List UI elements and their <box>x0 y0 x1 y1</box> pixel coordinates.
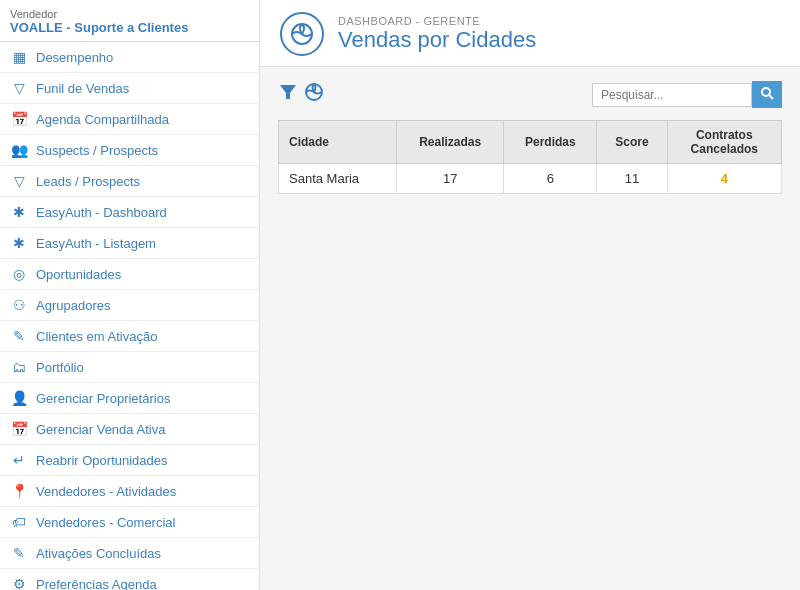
sidebar-item-vendedores-comercial[interactable]: 🏷Vendedores - Comercial <box>0 507 259 538</box>
agenda-compartilhada-icon: 📅 <box>10 111 28 127</box>
sidebar-item-label-vendedores-comercial: Vendedores - Comercial <box>36 515 175 530</box>
col-header-cidade: Cidade <box>279 121 397 164</box>
sidebar-item-label-suspects-prospects: Suspects / Prospects <box>36 143 158 158</box>
sidebar-item-label-vendedores-atividades: Vendedores - Atividades <box>36 484 176 499</box>
col-header-contratos: ContratosCancelados <box>667 121 781 164</box>
sidebar-item-label-gerenciar-venda-ativa: Gerenciar Venda Ativa <box>36 422 165 437</box>
main-content: DASHBOARD - GERENTE Vendas por Cidades <box>260 0 800 590</box>
page-title: Vendas por Cidades <box>338 27 536 53</box>
sidebar-item-label-agenda-compartilhada: Agenda Compartilhada <box>36 112 169 127</box>
easyauth-listagem-icon: ✱ <box>10 235 28 251</box>
svg-line-4 <box>770 96 774 100</box>
page-header: DASHBOARD - GERENTE Vendas por Cidades <box>260 0 800 67</box>
sidebar-item-reabrir-oportunidades[interactable]: ↵Reabrir Oportunidades <box>0 445 259 476</box>
sidebar-item-easyauth-dashboard[interactable]: ✱EasyAuth - Dashboard <box>0 197 259 228</box>
ativacoes-concluidas-icon: ✎ <box>10 545 28 561</box>
sidebar-item-funil-vendas[interactable]: ▽Funil de Vendas <box>0 73 259 104</box>
sidebar-item-agenda-compartilhada[interactable]: 📅Agenda Compartilhada <box>0 104 259 135</box>
header-icon <box>280 12 324 56</box>
sidebar-nav: ▦Desempenho▽Funil de Vendas📅Agenda Compa… <box>0 42 259 590</box>
data-table: Cidade Realizadas Perdidas Score Contrat… <box>278 120 782 194</box>
globe-icon[interactable] <box>304 82 324 107</box>
sidebar-item-label-easyauth-listagem: EasyAuth - Listagem <box>36 236 156 251</box>
sidebar-item-label-desempenho: Desempenho <box>36 50 113 65</box>
suspects-prospects-icon: 👥 <box>10 142 28 158</box>
search-input[interactable] <box>592 83 752 107</box>
table-row: Santa Maria176114 <box>279 164 782 194</box>
reabrir-oportunidades-icon: ↵ <box>10 452 28 468</box>
toolbar <box>278 81 782 108</box>
filter-icon[interactable] <box>278 82 298 107</box>
col-header-realizadas: Realizadas <box>396 121 504 164</box>
gerenciar-proprietarios-icon: 👤 <box>10 390 28 406</box>
sidebar-item-portfolio[interactable]: 🗂Portfólio <box>0 352 259 383</box>
sidebar-item-label-agrupadores: Agrupadores <box>36 298 110 313</box>
sidebar-item-label-preferencias-agenda: Preferências Agenda <box>36 577 157 591</box>
sidebar-item-vendedores-atividades[interactable]: 📍Vendedores - Atividades <box>0 476 259 507</box>
sidebar-item-gerenciar-proprietarios[interactable]: 👤Gerenciar Proprietários <box>0 383 259 414</box>
leads-prospects-icon: ▽ <box>10 173 28 189</box>
gerenciar-venda-ativa-icon: 📅 <box>10 421 28 437</box>
sidebar-item-label-leads-prospects: Leads / Prospects <box>36 174 140 189</box>
sidebar-item-oportunidades[interactable]: ◎Oportunidades <box>0 259 259 290</box>
sidebar-item-label-funil-vendas: Funil de Vendas <box>36 81 129 96</box>
vendor-link[interactable]: VOALLE - Suporte a Clientes <box>10 20 188 35</box>
sidebar-item-gerenciar-venda-ativa[interactable]: 📅Gerenciar Venda Ativa <box>0 414 259 445</box>
col-header-perdidas: Perdidas <box>504 121 597 164</box>
cell-perdidas: 6 <box>504 164 597 194</box>
sidebar-item-label-clientes-ativacao: Clientes em Ativação <box>36 329 157 344</box>
funil-vendas-icon: ▽ <box>10 80 28 96</box>
table-header-row: Cidade Realizadas Perdidas Score Contrat… <box>279 121 782 164</box>
sidebar-item-label-gerenciar-proprietarios: Gerenciar Proprietários <box>36 391 170 406</box>
vendedores-comercial-icon: 🏷 <box>10 514 28 530</box>
clientes-ativacao-icon: ✎ <box>10 328 28 344</box>
search-container <box>592 81 782 108</box>
sidebar-item-clientes-ativacao[interactable]: ✎Clientes em Ativação <box>0 321 259 352</box>
sidebar-item-label-reabrir-oportunidades: Reabrir Oportunidades <box>36 453 168 468</box>
sidebar-item-label-ativacoes-concluidas: Ativações Concluídas <box>36 546 161 561</box>
dashboard-subtitle: DASHBOARD - GERENTE <box>338 15 536 27</box>
sidebar-item-desempenho[interactable]: ▦Desempenho <box>0 42 259 73</box>
agrupadores-icon: ⚇ <box>10 297 28 313</box>
portfolio-icon: 🗂 <box>10 359 28 375</box>
sidebar-item-label-easyauth-dashboard: EasyAuth - Dashboard <box>36 205 167 220</box>
col-header-score: Score <box>597 121 667 164</box>
sidebar-item-ativacoes-concluidas[interactable]: ✎Ativações Concluídas <box>0 538 259 569</box>
vendedores-atividades-icon: 📍 <box>10 483 28 499</box>
sidebar-item-agrupadores[interactable]: ⚇Agrupadores <box>0 290 259 321</box>
svg-marker-1 <box>280 85 296 99</box>
sidebar-item-easyauth-listagem[interactable]: ✱EasyAuth - Listagem <box>0 228 259 259</box>
vendor-label: Vendedor <box>10 8 249 20</box>
sidebar-item-preferencias-agenda[interactable]: ⚙Preferências Agenda <box>0 569 259 590</box>
content-area: Cidade Realizadas Perdidas Score Contrat… <box>260 67 800 590</box>
header-text: DASHBOARD - GERENTE Vendas por Cidades <box>338 15 536 53</box>
sidebar-item-label-portfolio: Portfólio <box>36 360 84 375</box>
svg-point-3 <box>762 88 770 96</box>
cell-score: 11 <box>597 164 667 194</box>
oportunidades-icon: ◎ <box>10 266 28 282</box>
table-body: Santa Maria176114 <box>279 164 782 194</box>
sidebar-item-leads-prospects[interactable]: ▽Leads / Prospects <box>0 166 259 197</box>
easyauth-dashboard-icon: ✱ <box>10 204 28 220</box>
desempenho-icon: ▦ <box>10 49 28 65</box>
sidebar-item-suspects-prospects[interactable]: 👥Suspects / Prospects <box>0 135 259 166</box>
sidebar: Vendedor VOALLE - Suporte a Clientes ▦De… <box>0 0 260 590</box>
cell-contratos: 4 <box>667 164 781 194</box>
sidebar-header: Vendedor VOALLE - Suporte a Clientes <box>0 0 259 42</box>
preferencias-agenda-icon: ⚙ <box>10 576 28 590</box>
cell-realizadas: 17 <box>396 164 504 194</box>
cell-cidade: Santa Maria <box>279 164 397 194</box>
sidebar-item-label-oportunidades: Oportunidades <box>36 267 121 282</box>
search-button[interactable] <box>752 81 782 108</box>
highlight-value: 4 <box>721 171 728 186</box>
